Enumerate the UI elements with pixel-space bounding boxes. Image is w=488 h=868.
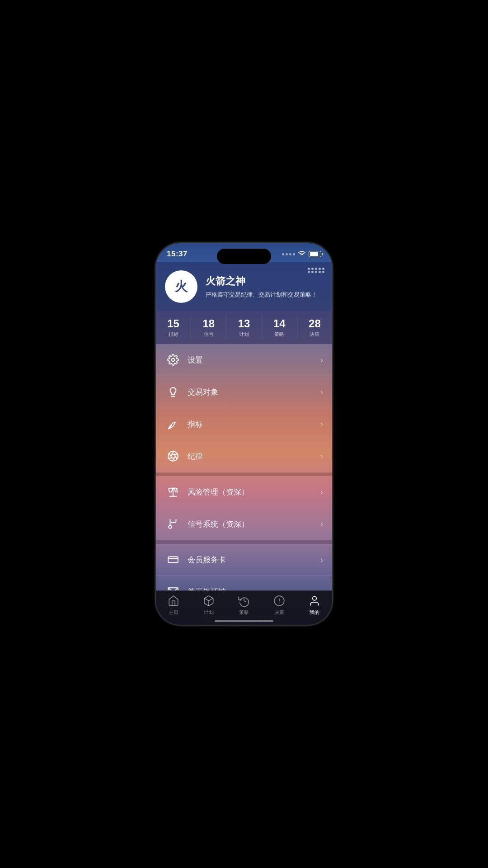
home-bar [215,620,273,622]
stat-label: 信号 [191,331,226,338]
stat-number: 13 [226,317,261,330]
tab-bar: 主页 计划 策略 决策 我的 [156,590,332,625]
stat-item-计划: 13 计划 [226,316,262,340]
menu-section-1: 设置 › 交易对象 › 指标 › 纪律 › [156,344,332,472]
menu-label-signal-system: 信号系统（资深） [188,519,320,529]
svg-point-0 [172,359,175,362]
menu-item-trading-targets[interactable]: 交易对象 › [156,376,332,408]
lightbulb-icon [165,384,181,400]
aperture-icon [165,448,181,464]
chevron-right-icon: › [320,487,323,497]
dots-menu-icon[interactable] [308,268,325,273]
stat-label: 决策 [297,331,332,338]
profile-name: 火箭之神 [206,274,323,288]
menu-label-indicators: 指标 [188,419,320,429]
phone-frame: 15:37 [156,243,332,625]
menu-label-membership: 会员服务卡 [188,555,320,565]
card-icon [165,552,181,568]
profile-info: 火箭之神 严格遵守交易纪律、交易计划和交易策略！ [206,274,323,299]
dynamic-island [217,249,271,264]
chevron-right-icon: › [320,420,323,429]
menu-item-membership[interactable]: 会员服务卡 › [156,544,332,576]
menu-section-2: 风险管理（资深） › 信号系统（资深） › [156,476,332,540]
tab-plan[interactable]: 计划 [191,594,226,616]
status-icons [282,251,321,257]
menu-label-trading-targets: 交易对象 [188,387,320,397]
content-scroll[interactable]: 设置 › 交易对象 › 指标 › 纪律 › [156,344,332,625]
plan-tab-icon [202,594,215,607]
home-tab-icon [167,594,180,607]
chevron-right-icon: › [320,387,323,397]
menu-label-discipline: 纪律 [188,451,320,462]
status-time: 15:37 [167,250,188,259]
battery-icon [309,251,321,257]
menu-item-settings[interactable]: 设置 › [156,344,332,376]
stat-label: 指标 [156,331,191,338]
chevron-right-icon: › [320,452,323,461]
chevron-right-icon: › [320,555,323,565]
stat-number: 14 [262,317,297,330]
gear-icon [165,352,181,368]
decision-tab-icon [273,594,286,607]
strategy-tab-icon [238,594,250,607]
stats-bar: 15 指标 18 信号 13 计划 14 策略 28 决策 [156,311,332,344]
tab-label-decision: 决策 [274,609,284,616]
section-divider-1 [156,472,332,476]
tab-label-strategy: 策略 [239,609,249,616]
stat-item-决策: 28 决策 [297,316,332,340]
tab-label-home: 主页 [169,609,178,616]
menu-item-indicators[interactable]: 指标 › [156,408,332,440]
stat-item-指标: 15 指标 [156,316,191,340]
tab-mine[interactable]: 我的 [297,594,332,616]
svg-point-17 [313,596,317,600]
svg-rect-10 [168,557,178,563]
wifi-icon [298,251,306,257]
stat-number: 28 [297,317,332,330]
menu-label-risk-management: 风险管理（资深） [188,487,320,497]
tab-home[interactable]: 主页 [156,594,191,616]
signal-dots-icon [282,253,295,255]
stat-label: 计划 [226,331,261,338]
profile-subtitle: 严格遵守交易纪律、交易计划和交易策略！ [206,291,323,299]
menu-label-settings: 设置 [188,355,320,365]
stat-number: 15 [156,317,191,330]
tab-strategy[interactable]: 策略 [226,594,262,616]
tab-decision[interactable]: 决策 [262,594,297,616]
stat-label: 策略 [262,331,297,338]
menu-item-discipline[interactable]: 纪律 › [156,440,332,472]
avatar-text: 火 [175,278,188,295]
header-profile: 火 火箭之神 严格遵守交易纪律、交易计划和交易策略！ [156,262,332,311]
chevron-right-icon: › [320,355,323,365]
leaf-icon [165,416,181,432]
mine-tab-icon [308,594,321,607]
screen: 15:37 [156,243,332,625]
stat-number: 18 [191,317,226,330]
menu-item-risk-management[interactable]: 风险管理（资深） › [156,476,332,508]
fork-icon [165,516,181,532]
menu-item-signal-system[interactable]: 信号系统（资深） › [156,508,332,540]
avatar: 火 [165,270,197,303]
chevron-right-icon: › [320,519,323,529]
tab-label-mine: 我的 [310,609,319,616]
tab-label-plan: 计划 [204,609,214,616]
stat-item-信号: 18 信号 [191,316,226,340]
stat-item-策略: 14 策略 [262,316,297,340]
section-divider-2 [156,540,332,544]
scale-icon [165,484,181,500]
